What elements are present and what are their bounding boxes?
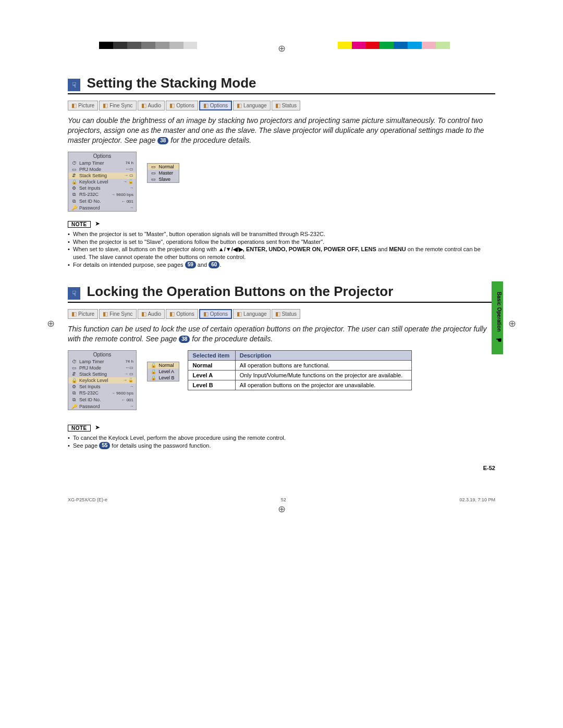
osd-row: ▭PRJ Mode↔▭ [68, 365, 136, 371]
osd-sub-row: ▭Slave [148, 176, 179, 182]
footer-center: 52 [281, 497, 286, 502]
note-item: For details on intended purpose, see pag… [68, 261, 495, 269]
osd-row: ⧉RS-232C→ 9600 bps [68, 191, 136, 198]
osd-row: ⧉RS-232C→ 9600 bps [68, 390, 136, 397]
osd-row: ⧉Set ID No.← 001 [68, 198, 136, 205]
osd-row: 🔒Keylock Level→ 🔓 [68, 179, 136, 185]
osd-row: ⏱Lamp Timer74 h [68, 160, 136, 166]
osd-row: ⚙Set Inputs→ [68, 185, 136, 191]
osd-row: 🔑Password→ [68, 205, 136, 211]
osd-row: ⇵Stack Setting→ ▭ [68, 172, 136, 179]
crop-mark-left: ⊕ [47, 318, 55, 329]
section-title-1: Setting the Stacking Mode [87, 75, 256, 91]
section2-body: This function can be used to lock the us… [68, 324, 495, 344]
title-rule [68, 93, 495, 94]
note-label-2: NOTE [68, 425, 91, 431]
osd-sub-row: ▭Master [148, 170, 179, 176]
section-title-2: Locking the Operation Buttons on the Pro… [87, 283, 393, 300]
note-item: When set to slave, all buttons on the pr… [68, 245, 495, 261]
menu-tab: ◧Picture [68, 101, 98, 110]
note-arrow-icon: ➤ [95, 220, 100, 227]
osd-sub-row: 🔓Normal [148, 362, 179, 368]
osd-row: ⇵Stack Setting→ ▭ [68, 371, 136, 377]
keylock-description-table: Selected item Description NormalAll oper… [188, 350, 412, 390]
menu-tab: ◧Language [233, 101, 271, 110]
osd-row: ⚙Set Inputs→ [68, 384, 136, 390]
osd-row: 🔒Keylock Level→ 🔓 [68, 377, 136, 384]
table-row: Level BAll operation buttons on the proj… [188, 380, 412, 390]
table-row: Level AOnly Input/Volume/Mute functions … [188, 370, 412, 380]
menu-tab: ◧Language [233, 309, 271, 319]
note-item: See page 55 for details using the passwo… [68, 442, 495, 450]
osd-row: ⏱Lamp Timer74 h [68, 359, 136, 365]
osd-row: ▭PRJ Mode↔▭ [68, 166, 136, 172]
osd-sub-row: ▭Normal [148, 164, 179, 170]
footer-right: 02.3.19, 7:10 PM [459, 497, 495, 502]
side-tab: Basic Operation ☚ [492, 281, 503, 354]
footer: XG-P25X/CD (E)-e 52 02.3.19, 7:10 PM [68, 497, 495, 502]
osd-row: 🔑Password→ [68, 403, 136, 410]
osd-screenshot-1: Options ⏱Lamp Timer74 h▭PRJ Mode↔▭⇵Stack… [68, 152, 179, 212]
table-head-desc: Description [235, 350, 412, 360]
page-ref-38a: 38 [157, 137, 168, 144]
menu-tab: ◧Status [272, 101, 300, 110]
menu-tab: ◧Fine Sync [99, 309, 136, 319]
crop-mark-bottom: ⊕ [278, 503, 286, 515]
menu-tab: ◧Picture [68, 309, 98, 319]
osd-title-2: Options [93, 352, 111, 357]
page-ref-38b: 38 [179, 336, 190, 343]
menu-tab: ◧Audio [138, 309, 165, 319]
title-rule [68, 302, 495, 303]
page-number: E-52 [68, 465, 495, 471]
table-row: NormalAll operation buttons are function… [188, 360, 412, 370]
menu-tab: ◧Options [166, 309, 198, 319]
crop-mark-top: ⊕ [278, 43, 286, 54]
menu-tab: ◧Audio [138, 101, 165, 110]
menu-tabs-2: ◧Picture◧Fine Sync◧Audio◧Options◧Options… [68, 309, 495, 319]
osd-sub-row: 🔒Level B [148, 375, 179, 381]
note-arrow-icon: ➤ [95, 424, 100, 431]
osd-screenshot-2: Options ⏱Lamp Timer74 h▭PRJ Mode↔▭⇵Stack… [68, 350, 179, 410]
notes-list-1: When the projector is set to "Master", b… [68, 230, 495, 269]
osd-title-1: Options [93, 153, 111, 159]
osd-sub-row: 🔒Level A [148, 368, 179, 375]
section1-body: You can double the brightness of an imag… [68, 116, 495, 145]
menu-tab: ◧Status [272, 309, 300, 319]
footer-left: XG-P25X/CD (E)-e [68, 497, 107, 502]
osd-row: ⧉Set ID No.← 001 [68, 397, 136, 403]
note-label-1: NOTE [68, 221, 91, 228]
note-item: To cancel the Keylock Level, perform the… [68, 434, 495, 442]
note-item: When the projector is set to "Master", b… [68, 230, 495, 238]
table-head-item: Selected item [188, 350, 235, 360]
menu-tabs-1: ◧Picture◧Fine Sync◧Audio◧Options◧Options… [68, 101, 495, 110]
note-item: When the projector is set to "Slave", op… [68, 238, 495, 246]
menu-tab: ◧Fine Sync [99, 101, 136, 110]
menu-tab: ◧Options [166, 101, 198, 110]
menu-tab: ◧Options [199, 101, 232, 110]
notes-list-2: To cancel the Keylock Level, perform the… [68, 434, 495, 450]
crop-mark-right: ⊕ [508, 318, 516, 329]
section-icon: ☟ [68, 79, 80, 91]
section-icon: ☟ [68, 287, 80, 300]
menu-tab: ◧Options [199, 309, 232, 319]
